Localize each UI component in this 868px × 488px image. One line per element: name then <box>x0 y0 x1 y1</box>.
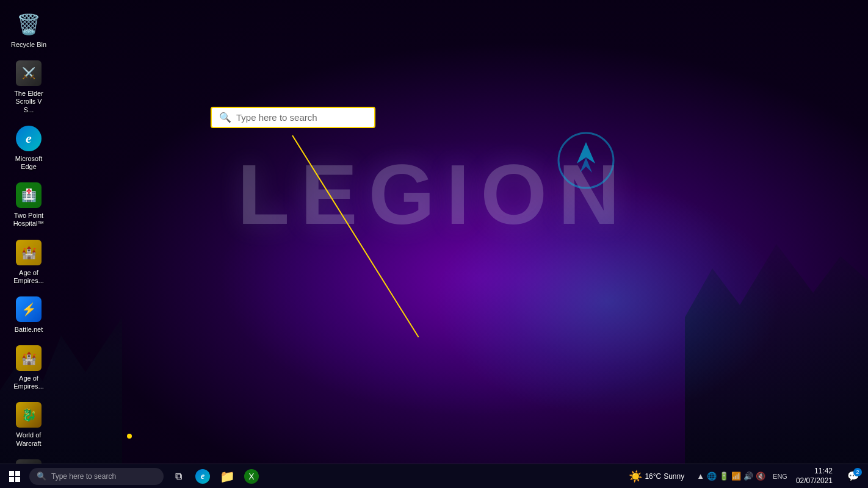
desktop: LEGION 🗑️ Recycle Bin ⚔️ The Elder Scrol… <box>0 0 868 464</box>
age-empires-1-label: Age of Empires... <box>10 269 48 285</box>
two-point-hospital-icon: 🏥 <box>14 181 43 210</box>
clock-date: 02/07/2021 <box>796 476 833 486</box>
notification-button[interactable]: 💬 2 <box>841 464 866 489</box>
svg-rect-3 <box>9 471 14 476</box>
clock-widget[interactable]: 11:42 02/07/2021 <box>791 467 837 486</box>
taskbar-file-explorer-button[interactable]: 📁 <box>215 464 239 489</box>
age-empires-2-label: Age of Empires... <box>10 375 48 390</box>
desktop-icon-ff1[interactable]: ✨ FINAL FANTASY ... <box>7 455 50 464</box>
desktop-icon-recycle-bin[interactable]: 🗑️ Recycle Bin <box>7 7 50 51</box>
taskbar-xbox-button[interactable]: X <box>239 464 264 489</box>
desktop-icon-battlenet[interactable]: ⚡ Battle.net <box>7 292 50 336</box>
desktop-icon-age-empires-1[interactable]: 🏰 Age of Empires... <box>7 235 50 287</box>
tray-network-icon[interactable]: 🌐 <box>707 472 717 481</box>
recycle-bin-label: Recycle Bin <box>11 41 46 49</box>
start-button[interactable] <box>2 464 27 489</box>
wow-icon: 🐉 <box>14 400 43 429</box>
weather-temp: 16°C <box>645 472 661 481</box>
system-tray: ▲ 🌐 🔋 📶 🔊 🔇 <box>693 472 769 481</box>
desktop-icon-two-point-hospital[interactable]: 🏥 Two Point Hospital™ <box>7 178 50 230</box>
taskbar-search-bar[interactable]: 🔍 Type here to search <box>29 468 164 485</box>
legion-y-logo <box>555 130 617 191</box>
taskbar-search-icon: 🔍 <box>37 472 46 481</box>
notification-badge: 2 <box>853 468 862 476</box>
elder-scrolls-icon: ⚔️ <box>14 59 43 88</box>
search-bar-overlay[interactable]: 🔍 Type here to search <box>211 107 375 128</box>
tray-mute-icon[interactable]: 🔇 <box>756 472 765 481</box>
taskbar-right-area: ☀️ 16°C Sunny ▲ 🌐 🔋 📶 🔊 🔇 ENG 11:42 02/0… <box>624 464 866 489</box>
two-point-hospital-label: Two Point Hospital™ <box>10 212 48 228</box>
taskbar-folder-icon: 📁 <box>220 469 235 484</box>
taskbar-edge-button[interactable]: e <box>190 464 215 489</box>
ms-edge-1-icon: e <box>14 124 43 153</box>
battlenet-label: Battle.net <box>15 326 43 334</box>
weather-widget[interactable]: ☀️ 16°C Sunny <box>624 470 689 483</box>
desktop-icons-area: 🗑️ Recycle Bin ⚔️ The Elder Scrolls V S.… <box>0 0 98 464</box>
age-empires-1-icon: 🏰 <box>14 238 43 267</box>
language-label: ENG <box>773 473 787 480</box>
windows-logo-icon <box>9 471 20 482</box>
age-empires-2-icon: 🏰 <box>14 343 43 373</box>
recycle-bin-icon: 🗑️ <box>14 10 43 39</box>
clock-time: 11:42 <box>814 467 833 476</box>
search-magnifier-icon: 🔍 <box>219 112 231 123</box>
battlenet-icon: ⚡ <box>14 295 43 324</box>
tray-volume-icon[interactable]: 🔊 <box>743 472 753 481</box>
desktop-icon-elder-scrolls[interactable]: ⚔️ The Elder Scrolls V S... <box>7 56 50 117</box>
tray-chevron-icon[interactable]: ▲ <box>696 472 704 481</box>
task-view-icon: ⧉ <box>175 471 182 482</box>
search-bar-box[interactable]: 🔍 Type here to search <box>211 107 375 128</box>
taskbar-xbox-icon: X <box>244 469 259 484</box>
taskbar-edge-icon: e <box>195 469 210 484</box>
tray-battery-icon[interactable]: 🔋 <box>719 472 729 481</box>
search-overlay-placeholder: Type here to search <box>236 112 317 123</box>
svg-rect-5 <box>9 477 14 482</box>
desktop-icon-ms-edge-1[interactable]: e Microsoft Edge <box>7 121 50 173</box>
desktop-icon-age-empires-2[interactable]: 🏰 Age of Empires... <box>7 341 50 393</box>
svg-rect-6 <box>15 477 20 482</box>
ms-edge-1-label: Microsoft Edge <box>10 155 48 171</box>
annotation-dot <box>127 434 132 439</box>
task-view-button[interactable]: ⧉ <box>166 464 190 489</box>
desktop-icon-wow[interactable]: 🐉 World of Warcraft <box>7 398 50 450</box>
weather-condition: Sunny <box>664 472 684 481</box>
elder-scrolls-label: The Elder Scrolls V S... <box>10 90 48 114</box>
svg-rect-4 <box>15 471 20 476</box>
taskbar: 🔍 Type here to search ⧉ e 📁 X ☀️ 16°C Su… <box>0 464 868 488</box>
rocks-right <box>685 220 868 464</box>
wow-label: World of Warcraft <box>10 431 48 447</box>
weather-sun-icon: ☀️ <box>629 470 642 483</box>
tray-wifi-icon[interactable]: 📶 <box>731 472 741 481</box>
ff1-icon: ✨ <box>14 458 43 464</box>
taskbar-search-placeholder: Type here to search <box>51 472 116 481</box>
